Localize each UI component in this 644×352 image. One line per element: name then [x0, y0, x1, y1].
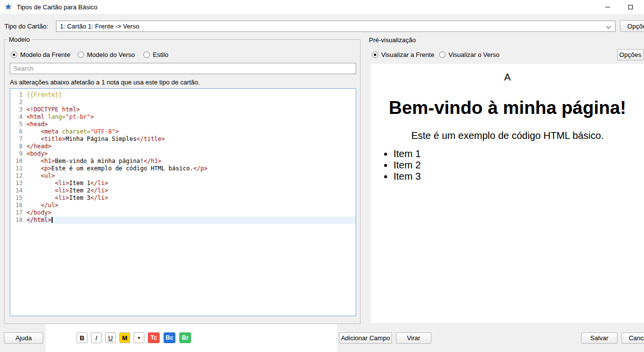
- radio-visualizar-verso[interactable]: Visualizar o Verso: [439, 51, 500, 58]
- underline-button[interactable]: U: [105, 332, 116, 343]
- code-text: <ul>: [27, 172, 55, 180]
- code-line: 1{{Frente}}: [10, 91, 356, 99]
- radio-icon: [439, 52, 446, 58]
- highlight-button[interactable]: M: [119, 332, 130, 343]
- code-text: <meta charset="UTF-8">: [27, 128, 119, 135]
- line-number: 7: [10, 135, 27, 143]
- search-input[interactable]: [10, 63, 356, 74]
- radio-label: Modelo do Verso: [87, 51, 135, 58]
- text-color-button[interactable]: Tc: [148, 332, 160, 343]
- preview-group-label: Pré-visualização: [369, 36, 416, 44]
- modelo-group-label: Modelo: [7, 36, 32, 43]
- line-number: 17: [10, 209, 27, 217]
- cancel-button[interactable]: Cancelar: [621, 332, 644, 344]
- preview-options-button[interactable]: Opções: [617, 49, 644, 60]
- add-field-button[interactable]: Adicionar Campo: [339, 332, 392, 344]
- background-color-button[interactable]: Bc: [164, 332, 175, 343]
- text-cursor: [52, 217, 53, 223]
- code-text: <body>: [27, 150, 48, 158]
- line-number: 9: [10, 150, 27, 158]
- code-line: 12 <ul>: [10, 172, 356, 180]
- radio-icon: [11, 52, 17, 58]
- bright-color-button[interactable]: Br: [179, 332, 191, 343]
- editor-toolbar-strip: [46, 324, 337, 352]
- code-text: <li>Item 1</li>: [27, 180, 108, 187]
- app-icon: [4, 3, 12, 11]
- line-number: 6: [10, 128, 27, 135]
- line-number: 10: [10, 158, 27, 165]
- code-text: <li>Item 2</li>: [27, 187, 108, 194]
- highlight-dropdown-button[interactable]: ▼: [134, 332, 144, 343]
- code-line: 14 <li>Item 2</li>: [10, 187, 356, 194]
- line-number: 13: [10, 180, 27, 187]
- maximize-button[interactable]: [619, 0, 642, 14]
- radio-modelo-frente[interactable]: Modelo da Frente: [11, 51, 70, 58]
- preview-list-item: Item 3: [393, 171, 644, 182]
- card-preview: A Bem-vindo à minha página! Este é um ex…: [371, 64, 644, 323]
- code-text: <li>Item 3</li>: [27, 194, 108, 202]
- radio-modelo-verso[interactable]: Modelo do Verso: [78, 51, 135, 58]
- code-line: 11 <p>Este é um exemplo de código HTML b…: [10, 165, 356, 172]
- card-type-selected-value: 1: Cartão 1: Frente -> Verso: [60, 23, 140, 30]
- code-text: </html>: [27, 217, 53, 224]
- code-lines: 1{{Frente}}23<!DOCTYPE html>4<html lang=…: [10, 91, 356, 224]
- code-text: </head>: [27, 143, 52, 150]
- line-number: 14: [10, 187, 27, 194]
- radio-label: Visualizar a Frente: [381, 51, 434, 58]
- preview-field-text: A: [371, 72, 644, 83]
- line-number: 5: [10, 121, 27, 128]
- code-line: 18</html>: [10, 217, 356, 224]
- titlebar: Tipos de Cartão para Básico: [0, 0, 644, 14]
- radio-icon: [372, 52, 378, 58]
- window-title: Tipos de Cartão para Básico: [17, 3, 97, 11]
- radio-icon: [78, 52, 84, 58]
- maximize-icon: [628, 5, 633, 9]
- preview-heading: Bem-vindo à minha página!: [371, 98, 644, 118]
- code-line: 13 <li>Item 1</li>: [10, 180, 356, 187]
- code-text: {{Frente}}: [27, 91, 62, 99]
- code-text: <h1>Bem-vindo à minha página!</h1>: [27, 158, 162, 165]
- code-line: 6 <meta charset="UTF-8">: [10, 128, 356, 135]
- preview-list-item: Item 2: [393, 160, 644, 171]
- code-line: 4<html lang="pt-br">: [10, 113, 356, 121]
- line-number: 8: [10, 143, 27, 150]
- code-text: <head>: [27, 121, 48, 128]
- radio-visualizar-frente[interactable]: Visualizar a Frente: [372, 51, 434, 58]
- code-line: 5<head>: [10, 121, 356, 128]
- radio-estilo[interactable]: Estilo: [143, 51, 168, 58]
- code-line: 10 <h1>Bem-vindo à minha página!</h1>: [10, 158, 356, 165]
- minimize-button[interactable]: [596, 0, 619, 14]
- line-number: 2: [10, 99, 27, 106]
- radio-label: Visualizar o Verso: [448, 51, 500, 58]
- code-line: 9<body>: [10, 150, 356, 158]
- line-number: 3: [10, 106, 27, 113]
- line-number: 12: [10, 172, 27, 180]
- line-number: 1: [10, 91, 27, 99]
- chevron-down-icon: [606, 24, 611, 29]
- template-editor[interactable]: 1{{Frente}}23<!DOCTYPE html>4<html lang=…: [10, 88, 356, 316]
- minimize-icon: [605, 7, 610, 7]
- preview-list-item: Item 1: [393, 148, 644, 160]
- window-controls: [596, 0, 642, 14]
- card-types-dialog: Tipos de Cartão para Básico Tipo do Cart…: [0, 0, 644, 352]
- card-type-select[interactable]: 1: Cartão 1: Frente -> Verso: [56, 21, 616, 32]
- flip-button[interactable]: Virar: [396, 332, 431, 344]
- save-button[interactable]: Salvar: [581, 332, 617, 344]
- line-number: 11: [10, 165, 27, 172]
- code-line: 8</head>: [10, 143, 356, 150]
- line-number: 4: [10, 113, 27, 121]
- code-text: <p>Este é um exemplo de código HTML bási…: [27, 165, 207, 172]
- preview-paragraph: Este é um exemplo de código HTML básico.: [371, 130, 644, 141]
- bold-button[interactable]: B: [77, 332, 87, 343]
- code-line: 2: [10, 99, 356, 106]
- code-line: 15 <li>Item 3</li>: [10, 194, 356, 202]
- preview-list: Item 1 Item 2 Item 3: [371, 148, 644, 182]
- help-button[interactable]: Ajuda: [4, 332, 43, 344]
- radio-icon: [143, 52, 150, 58]
- italic-button[interactable]: I: [91, 332, 102, 343]
- radio-label: Modelo da Frente: [20, 51, 70, 58]
- code-text: <!DOCTYPE html>: [27, 106, 80, 113]
- card-type-options-button[interactable]: Opções: [620, 20, 644, 32]
- code-text: </body>: [27, 209, 52, 217]
- code-line: 17</body>: [10, 209, 356, 217]
